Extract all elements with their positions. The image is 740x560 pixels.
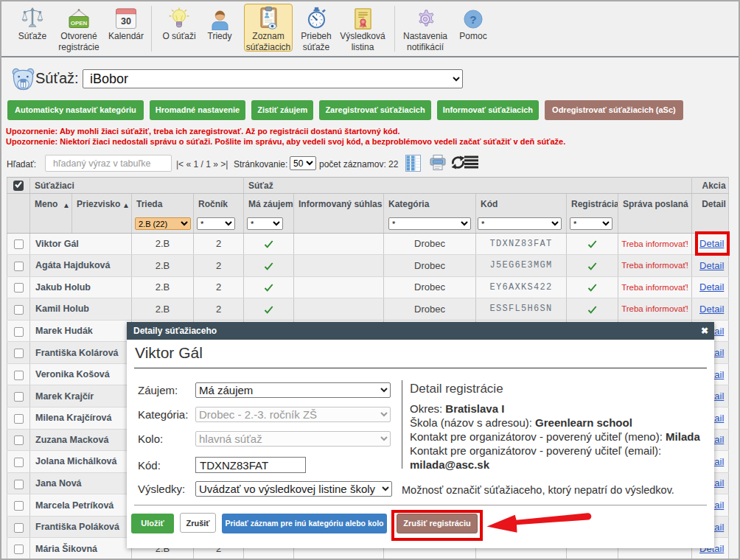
svg-text:?: ? xyxy=(470,13,476,26)
svg-text:OPEN: OPEN xyxy=(71,20,88,27)
svg-text:30: 30 xyxy=(121,16,131,27)
